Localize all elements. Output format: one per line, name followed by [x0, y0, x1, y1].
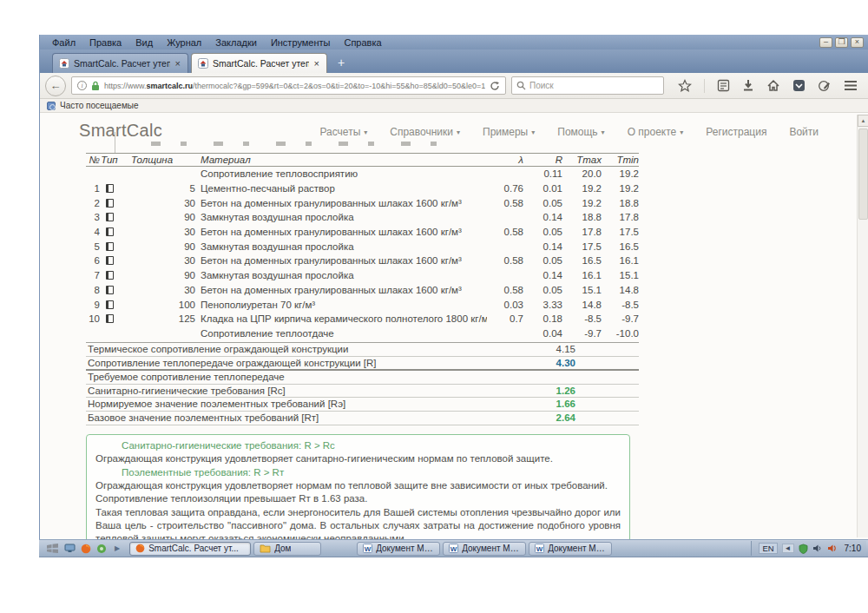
tab-title: SmartCalc. Расчет утеплени...: [74, 58, 170, 69]
layer-type-icon[interactable]: [106, 199, 114, 208]
clock[interactable]: 7:10: [842, 544, 861, 553]
layer-type-icon[interactable]: [106, 242, 114, 251]
cell-num: 1: [86, 183, 100, 194]
chevron-down-icon: ▾: [531, 129, 535, 136]
site-nav-Расчеты[interactable]: Расчеты▾: [319, 126, 367, 138]
layer-type-icon[interactable]: [106, 256, 114, 265]
home-icon[interactable]: [766, 79, 780, 92]
taskbar-window-4[interactable]: WДокумент Microsoft O...: [443, 542, 526, 556]
hamburger-menu-icon[interactable]: [844, 80, 858, 91]
cell-thickness: 30: [119, 227, 201, 237]
https-lock-icon[interactable]: [91, 81, 100, 91]
page-info-icon[interactable]: i: [77, 81, 87, 90]
red-volume-icon[interactable]: [827, 544, 838, 553]
layer-type-icon[interactable]: [106, 300, 114, 309]
layer-type-icon[interactable]: [106, 314, 114, 323]
firefox-quicklaunch-icon[interactable]: [81, 544, 91, 554]
site-nav-Справочники[interactable]: Справочники▾: [390, 126, 460, 138]
layer-type-icon[interactable]: [106, 227, 114, 236]
menu-Инструменты[interactable]: Инструменты: [264, 36, 338, 49]
windows-flag-icon[interactable]: [46, 543, 59, 554]
site-logo[interactable]: SmartCalc: [79, 121, 162, 141]
layer-type-icon[interactable]: [106, 286, 114, 294]
security-shield-icon[interactable]: [799, 544, 808, 554]
layers-table-body: Сопротивление тепловосприятию0.1120.019.…: [86, 167, 639, 340]
site-nav-Регистрация[interactable]: Регистрация: [706, 126, 766, 138]
cell-material: Бетон на доменных гранулированных шлаках…: [201, 285, 487, 295]
site-nav-О проекте[interactable]: О проекте▾: [628, 126, 684, 138]
cell-r: 0.05: [523, 285, 562, 295]
close-button[interactable]: ×: [851, 37, 864, 48]
layer-type-icon[interactable]: [106, 213, 114, 221]
minimize-button[interactable]: –: [819, 37, 832, 48]
verdict-text: Ограждающая конструкция удовлетворяет но…: [95, 479, 621, 492]
new-tab-button[interactable]: +: [330, 55, 352, 72]
taskbar-window-3[interactable]: WДокумент Microsoft O...: [357, 542, 440, 556]
cell-tmax: 19.2: [562, 183, 602, 194]
taskbar-window-2[interactable]: Дом: [253, 542, 321, 556]
quick-launch: ▶: [41, 543, 129, 554]
volume-icon[interactable]: [812, 544, 823, 553]
tab-close-icon[interactable]: ×: [313, 58, 320, 69]
bookmarks-panel-icon[interactable]: [717, 79, 730, 92]
cell-tmin: 17.5: [602, 227, 639, 237]
tab-close-icon[interactable]: ×: [174, 58, 181, 69]
cell-tmax: 16.5: [562, 255, 602, 266]
frequent-sites-item[interactable]: Часто посещаемые: [60, 101, 139, 110]
table-row: 590Замкнутая воздушная прослойка0.1417.5…: [86, 239, 639, 254]
toolbar-separator: [704, 79, 705, 93]
cell-tmin: 16.1: [602, 255, 639, 266]
cell-type: [100, 300, 119, 309]
green-app-icon[interactable]: [96, 544, 107, 554]
toolbar-icons: [678, 79, 861, 93]
menu-Файл[interactable]: Файл: [45, 36, 82, 49]
quick-launch-expand-chevron[interactable]: ▶: [112, 544, 122, 552]
taskbar-window-5[interactable]: WДокумент Microsoft O...: [529, 542, 612, 556]
layer-type-icon[interactable]: [106, 271, 114, 280]
bookmark-star-icon[interactable]: [678, 79, 692, 93]
required-resistance-title-row: Требуемое сопротивление теплопередаче: [86, 371, 639, 385]
scrollbar-thumb[interactable]: [858, 129, 868, 220]
menu-Закладки[interactable]: Закладки: [208, 36, 264, 49]
search-input[interactable]: [529, 81, 642, 90]
pocket-icon[interactable]: [792, 79, 806, 92]
page-scrollbar[interactable]: ▲: [857, 115, 868, 537]
downloads-icon[interactable]: [742, 79, 754, 92]
requirement-label: Нормируемое значение поэлементных требов…: [88, 399, 345, 409]
back-button[interactable]: ←: [45, 76, 66, 96]
requirement-row: Базовое значение поэлементных требований…: [86, 412, 639, 425]
site-nav-Примеры[interactable]: Примеры▾: [483, 126, 535, 138]
browser-tab-2[interactable]: SmartCalc. Расчет утеплени...×: [191, 53, 327, 73]
reload-icon[interactable]: [490, 81, 500, 91]
show-desktop-icon[interactable]: [64, 544, 76, 553]
language-indicator[interactable]: EN: [759, 543, 777, 554]
taskbar-window-1[interactable]: SmartCalc. Расчет ут...: [129, 542, 251, 556]
scroll-up-arrow[interactable]: ▲: [858, 115, 868, 127]
requirement-value: 2.64: [556, 412, 575, 425]
edit-globe-icon[interactable]: [818, 79, 832, 93]
table-row: 430Бетон на доменных гранулированных шла…: [86, 225, 639, 240]
maximize-button[interactable]: ❒: [835, 37, 848, 48]
menu-Журнал[interactable]: Журнал: [160, 36, 208, 49]
table-row: Сопротивление теплоотдаче0.04-9.7-10.0: [86, 326, 639, 341]
tray-collapse-chevron[interactable]: ◄: [782, 544, 794, 553]
frequent-sites-icon: [47, 102, 56, 110]
cell-material: Бетон на доменных гранулированных шлаках…: [201, 198, 487, 208]
bookmarks-bar: Часто посещаемые: [40, 99, 868, 113]
url-bar[interactable]: i https://www.smartcalc.ru/thermocalc?&g…: [71, 76, 506, 95]
site-nav-Войти[interactable]: Войти: [789, 126, 819, 138]
table-row: 15Цементно-песчаный раствор0.760.0119.21…: [86, 181, 639, 196]
url-text[interactable]: https://www.smartcalc.ru/thermocalc?&gp=…: [104, 82, 485, 90]
menu-Правка[interactable]: Правка: [82, 36, 128, 49]
layer-type-icon[interactable]: [106, 184, 114, 193]
site-nav-Помощь[interactable]: Помощь▾: [557, 126, 604, 138]
cell-thickness: 30: [119, 255, 201, 266]
task-folder-icon: [260, 544, 271, 553]
menu-Вид[interactable]: Вид: [128, 36, 160, 49]
search-box[interactable]: [511, 76, 664, 95]
browser-window: ФайлПравкаВидЖурналЗакладкиИнструментыСп…: [39, 35, 868, 539]
requirement-label: Санитарно-гигиенические требования [Rc]: [88, 386, 286, 396]
browser-tab-1[interactable]: SmartCalc. Расчет утеплени...×: [52, 53, 188, 73]
menu-Справка[interactable]: Справка: [337, 36, 388, 49]
task-buttons: SmartCalc. Расчет ут...ДомWДокумент Micr…: [129, 542, 751, 556]
